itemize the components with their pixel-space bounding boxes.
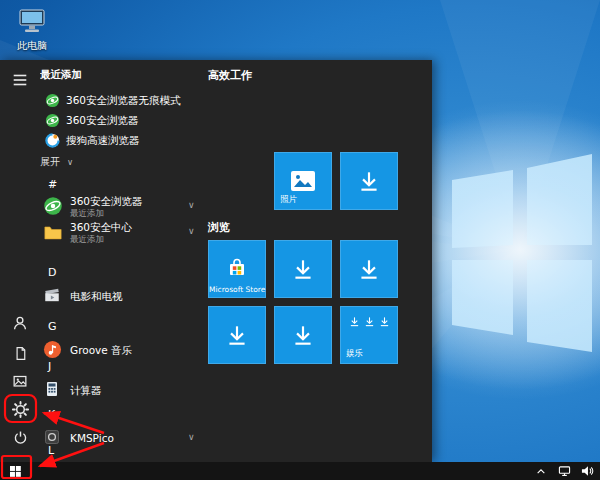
menu-expand-button[interactable]: [0, 66, 40, 94]
this-pc-icon[interactable]: 此电脑: [8, 8, 56, 53]
app-item-groove-music[interactable]: Groove 音乐: [40, 338, 216, 364]
download-icon: [364, 316, 375, 327]
section-header-g[interactable]: G: [48, 320, 57, 334]
section-header-k[interactable]: K: [48, 408, 55, 422]
settings-button[interactable]: [0, 395, 40, 423]
app-label: 360安全浏览器: [66, 114, 139, 128]
app-label: 360安全中心: [70, 221, 132, 235]
calculator-icon: [43, 380, 63, 400]
pictures-button[interactable]: [0, 367, 40, 395]
app-item-360-incognito[interactable]: 360安全浏览器无痕模式: [40, 91, 216, 111]
app-item-360-browser-recent[interactable]: 360安全浏览器: [40, 111, 216, 131]
tile-label: 娱乐: [346, 348, 363, 360]
tile-area: 高效工作 照片 浏览: [208, 60, 432, 462]
section-header-d[interactable]: D: [48, 266, 56, 280]
section-header-j[interactable]: J: [48, 360, 51, 374]
groove-music-icon: [43, 340, 63, 360]
tile-download-5[interactable]: [274, 306, 332, 364]
tile-label: 照片: [280, 194, 297, 206]
power-icon: [12, 429, 29, 446]
hamburger-icon: [11, 71, 29, 89]
store-bag-icon: [225, 257, 249, 281]
app-label: 360安全浏览器无痕模式: [66, 94, 181, 108]
browser-360-icon: [45, 113, 60, 128]
movies-tv-icon: [43, 286, 63, 306]
browser-360-icon: [43, 196, 63, 216]
chevron-down-icon: ∨: [188, 432, 195, 442]
app-folder-360-center[interactable]: 360安全中心 最近添加 ∨: [40, 220, 216, 246]
taskbar: [0, 462, 600, 480]
chevron-down-icon: ∨: [188, 200, 195, 210]
tile-microsoft-store[interactable]: Microsoft Store: [208, 240, 266, 298]
app-item-360-browser[interactable]: 360安全浏览器 最近添加 ∨: [40, 194, 216, 220]
app-sublabel: 最近添加: [70, 208, 104, 220]
settings-gear-icon: [11, 400, 30, 419]
start-menu-rail: [0, 60, 40, 462]
app-item-movies-tv[interactable]: 电影和电视: [40, 284, 216, 310]
tile-photos[interactable]: 照片: [274, 152, 332, 210]
app-label: Groove 音乐: [70, 344, 132, 358]
tile-download-2[interactable]: [274, 240, 332, 298]
download-icons-row: [341, 316, 397, 327]
tile-group-productivity-header[interactable]: 高效工作: [208, 68, 252, 82]
tile-download-1[interactable]: [340, 152, 398, 210]
documents-button[interactable]: [0, 339, 40, 367]
network-icon: [558, 465, 571, 477]
photo-icon: [290, 170, 316, 192]
volume-icon: [581, 465, 594, 477]
download-icon: [349, 316, 360, 327]
folder-icon: [43, 222, 63, 242]
browser-360-incognito-icon: [45, 93, 60, 108]
app-label: KMSPico: [70, 432, 114, 444]
tile-download-3[interactable]: [340, 240, 398, 298]
user-icon: [11, 314, 29, 332]
tile-entertainment[interactable]: 娱乐: [340, 306, 398, 364]
download-icon: [356, 168, 382, 194]
sogou-browser-icon: [45, 133, 60, 148]
section-header-hash[interactable]: #: [48, 178, 57, 192]
app-item-kmspico[interactable]: KMSPico ∨: [40, 426, 216, 452]
user-button[interactable]: [0, 309, 40, 337]
documents-icon: [12, 345, 29, 362]
tile-label: Microsoft Store: [209, 285, 265, 294]
expand-button[interactable]: 展开∨: [40, 155, 73, 171]
start-button[interactable]: [0, 462, 30, 480]
app-list: 最近添加 360安全浏览器无痕模式 360安全浏览器 搜狗高速浏览器: [40, 60, 220, 462]
chevron-down-icon: ∨: [188, 226, 195, 236]
recently-added-header: 最近添加: [40, 68, 82, 82]
start-menu-panel: 最近添加 360安全浏览器无痕模式 360安全浏览器 搜狗高速浏览器: [0, 60, 432, 462]
app-item-calculator[interactable]: 计算器: [40, 378, 216, 404]
download-icon: [356, 256, 382, 282]
monitor-icon: [18, 8, 46, 34]
download-icon: [379, 316, 390, 327]
app-label: 360安全浏览器: [70, 195, 143, 209]
system-tray: [534, 462, 594, 480]
section-header-l[interactable]: L: [48, 444, 54, 458]
chevron-up-icon: [536, 467, 546, 475]
tile-download-4[interactable]: [208, 306, 266, 364]
download-icon: [290, 322, 316, 348]
network-button[interactable]: [557, 464, 571, 478]
app-label: 搜狗高速浏览器: [66, 134, 140, 148]
app-label: 电影和电视: [70, 290, 123, 304]
tile-group-browse-header[interactable]: 浏览: [208, 220, 230, 234]
power-button[interactable]: [0, 423, 40, 451]
pictures-icon: [11, 372, 29, 390]
this-pc-label: 此电脑: [8, 39, 56, 53]
windows-logo-icon: [10, 466, 21, 477]
volume-button[interactable]: [580, 464, 594, 478]
download-icon: [224, 322, 250, 348]
tray-expand-button[interactable]: [534, 464, 548, 478]
desktop: 此电脑: [0, 0, 600, 480]
app-sublabel: 最近添加: [70, 234, 104, 246]
chevron-down-icon: ∨: [67, 157, 73, 167]
expand-label: 展开: [40, 156, 60, 167]
app-item-sogou-browser[interactable]: 搜狗高速浏览器: [40, 131, 216, 151]
download-icon: [290, 256, 316, 282]
app-label: 计算器: [70, 384, 102, 398]
